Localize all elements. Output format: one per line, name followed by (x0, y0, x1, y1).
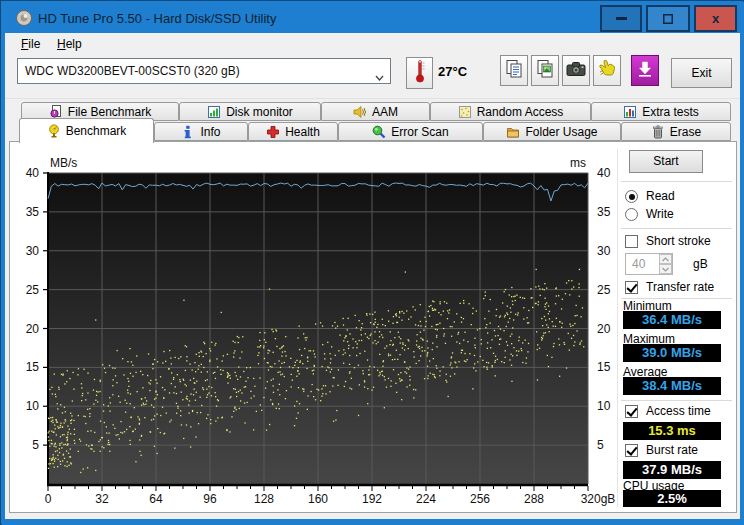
burst-rate-checkbox[interactable] (625, 444, 638, 457)
tab-label: AAM (372, 105, 398, 119)
cpu-usage-value: 2.5% (623, 490, 721, 507)
svg-text:20: 20 (597, 322, 611, 336)
read-radio[interactable] (625, 190, 638, 203)
svg-text:160: 160 (308, 492, 328, 506)
tab-info[interactable]: Info (154, 122, 248, 141)
svg-text:96: 96 (203, 492, 217, 506)
copy-image-icon (536, 59, 554, 83)
svg-text:288: 288 (524, 492, 544, 506)
spin-up-button[interactable] (659, 254, 672, 264)
tab-disk-monitor[interactable]: Disk monitor (179, 102, 321, 121)
transfer-rate-checkbox[interactable] (625, 281, 638, 294)
burst-rate-value: 37.9 MB/s (623, 461, 721, 479)
svg-text:224: 224 (416, 492, 436, 506)
svg-text:30: 30 (597, 244, 611, 258)
tab-label: Random Access (477, 105, 564, 119)
download-icon (636, 60, 654, 82)
benchmark-chart: MB/sms4040353530302525202015151010550326… (9, 141, 621, 513)
short-stroke-unit: gB (693, 257, 708, 271)
short-stroke-label: Short stroke (646, 234, 711, 248)
error-scan-icon (372, 125, 386, 139)
svg-text:15: 15 (26, 360, 40, 374)
short-stroke-checkbox[interactable] (625, 235, 638, 248)
close-button[interactable]: x (694, 5, 737, 32)
title-bar[interactable]: HD Tune Pro 5.50 - Hard Disk/SSD Utility… (2, 2, 744, 33)
svg-text:20: 20 (26, 322, 40, 336)
svg-text:128: 128 (254, 492, 274, 506)
copy-text-button[interactable] (500, 55, 528, 86)
device-select-value: WDC WD3200BEVT-00SCST0 (320 gB) (25, 64, 240, 78)
svg-text:40: 40 (26, 166, 40, 180)
camera-icon (566, 61, 586, 81)
tab-erase[interactable]: Erase (621, 122, 731, 141)
info-icon (181, 125, 195, 139)
svg-text:0: 0 (45, 492, 52, 506)
maximum-value: 39.0 MB/s (623, 344, 721, 362)
burst-rate-label: Burst rate (646, 443, 698, 457)
tab-random-access[interactable]: Random Access (430, 102, 591, 121)
device-select[interactable]: WDC WD3200BEVT-00SCST0 (320 gB) (17, 58, 391, 84)
minimum-value: 36.4 MB/s (623, 311, 721, 329)
tab-label: Health (285, 125, 320, 139)
erase-icon (651, 125, 665, 139)
tab-label: File Benchmark (68, 105, 151, 119)
window-border-left (2, 33, 5, 520)
chevron-down-icon (375, 67, 384, 85)
menu-help[interactable]: Help (51, 35, 88, 53)
write-radio[interactable] (625, 208, 638, 221)
svg-text:35: 35 (26, 205, 40, 219)
tab-benchmark[interactable]: Benchmark (19, 118, 154, 143)
tab-error-scan[interactable]: Error Scan (338, 122, 483, 141)
spinner-buttons (659, 254, 672, 274)
minimize-button[interactable] (600, 5, 642, 32)
short-stroke-value: 40 (632, 257, 645, 271)
benchmark-icon (47, 124, 61, 138)
svg-text:35: 35 (597, 205, 611, 219)
temperature-button[interactable] (406, 57, 433, 89)
tab-folder-usage[interactable]: Folder Usage (483, 122, 621, 141)
extra-tests-icon (623, 105, 637, 119)
maximize-button[interactable] (646, 5, 690, 32)
file-benchmark-icon (49, 105, 63, 119)
health-icon (266, 125, 280, 139)
svg-text:10: 10 (597, 399, 611, 413)
window-border-bottom (2, 519, 744, 525)
window-border-right (740, 33, 744, 525)
panel-separator (617, 149, 618, 507)
average-value: 38.4 MB/s (623, 377, 721, 395)
tab-label: Info (200, 125, 220, 139)
folder-usage-icon (506, 125, 520, 139)
separator (621, 400, 732, 401)
temperature-value: 27°C (438, 64, 467, 79)
start-button[interactable]: Start (629, 150, 703, 173)
random-access-icon (458, 105, 472, 119)
tab-aam[interactable]: AAM (321, 102, 430, 121)
menu-file[interactable]: File (15, 35, 46, 53)
write-label: Write (646, 207, 674, 221)
svg-text:192: 192 (362, 492, 382, 506)
tab-health[interactable]: Health (248, 122, 338, 141)
tab-label: Disk monitor (226, 105, 293, 119)
aam-icon (353, 105, 367, 119)
save-button[interactable] (631, 55, 659, 86)
exit-button[interactable]: Exit (671, 58, 732, 88)
copy-image-button[interactable] (531, 55, 559, 86)
copy-text-icon (505, 59, 523, 83)
toolbar-separator (5, 98, 741, 99)
spin-down-button[interactable] (659, 264, 672, 274)
tab-extra-tests[interactable]: Extra tests (591, 102, 731, 121)
svg-text:32: 32 (95, 492, 109, 506)
drag-button[interactable] (593, 55, 621, 86)
tab-label: Error Scan (391, 125, 448, 139)
disk-monitor-icon (207, 105, 221, 119)
tab-label: Folder Usage (525, 125, 597, 139)
screenshot-button[interactable] (562, 55, 590, 86)
window-title: HD Tune Pro 5.50 - Hard Disk/SSD Utility (38, 11, 276, 26)
access-time-checkbox[interactable] (625, 405, 638, 418)
tab-label: Erase (670, 125, 701, 139)
svg-text:256: 256 (470, 492, 490, 506)
svg-text:30: 30 (26, 244, 40, 258)
svg-text:MB/s: MB/s (50, 156, 77, 170)
tab-label: Benchmark (66, 124, 127, 138)
svg-text:5: 5 (32, 438, 39, 452)
